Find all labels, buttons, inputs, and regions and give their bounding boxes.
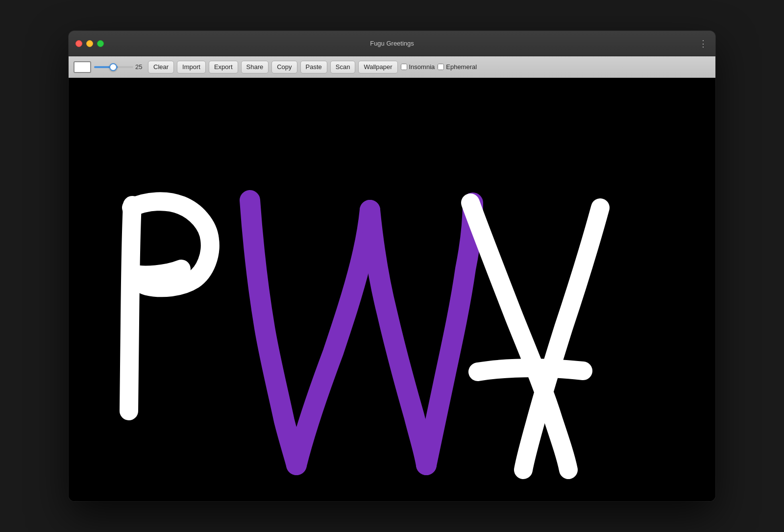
title-bar: Fugu Greetings ⋮: [69, 31, 715, 56]
traffic-lights: [75, 40, 104, 47]
drawing-canvas[interactable]: [69, 78, 715, 501]
export-button[interactable]: Export: [209, 61, 238, 73]
brush-size-container: 25: [94, 63, 145, 71]
scan-button[interactable]: Scan: [330, 61, 356, 73]
maximize-button[interactable]: [97, 40, 104, 47]
share-button[interactable]: Share: [241, 61, 269, 73]
clear-button[interactable]: Clear: [148, 61, 174, 73]
ephemeral-label: Ephemeral: [446, 63, 477, 71]
menu-dots-button[interactable]: ⋮: [699, 38, 709, 49]
ephemeral-checkbox-label[interactable]: Ephemeral: [438, 63, 477, 71]
ephemeral-checkbox[interactable]: [438, 64, 444, 70]
insomnia-checkbox[interactable]: [401, 64, 407, 70]
close-button[interactable]: [75, 40, 82, 47]
brush-size-slider[interactable]: [94, 66, 133, 68]
canvas-area[interactable]: [69, 78, 715, 501]
import-button[interactable]: Import: [177, 61, 206, 73]
wallpaper-button[interactable]: Wallpaper: [358, 61, 397, 73]
insomnia-label: Insomnia: [409, 63, 435, 71]
brush-size-value: 25: [135, 63, 145, 71]
insomnia-checkbox-label[interactable]: Insomnia: [401, 63, 435, 71]
toolbar: 25 Clear Import Export Share Copy Paste …: [69, 56, 715, 78]
app-window: Fugu Greetings ⋮ 25 Clear Import Export …: [69, 31, 715, 501]
window-title: Fugu Greetings: [370, 40, 414, 47]
paste-button[interactable]: Paste: [300, 61, 327, 73]
minimize-button[interactable]: [86, 40, 93, 47]
copy-button[interactable]: Copy: [271, 61, 297, 73]
color-picker[interactable]: [74, 61, 91, 73]
